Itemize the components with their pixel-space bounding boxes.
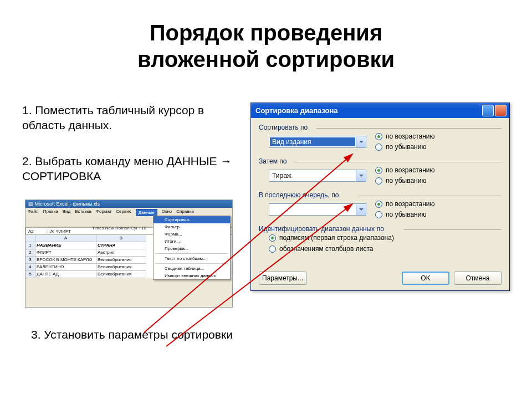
radio-dot-icon bbox=[269, 245, 276, 253]
cell-b5[interactable]: Великобритания bbox=[96, 271, 146, 278]
last-by-legend: В последнюю очередь, по bbox=[259, 191, 339, 199]
menu-item-pivot[interactable]: Сводная таблица... bbox=[154, 265, 230, 272]
close-button[interactable] bbox=[495, 105, 507, 116]
radio-asc-2[interactable]: по возрастанию bbox=[375, 166, 435, 174]
step-2-text: 2. Выбрать команду меню ДАННЫЕ → СОРТИРО… bbox=[22, 154, 244, 184]
menu-tools[interactable]: Сервис bbox=[116, 209, 131, 216]
row-4-num[interactable]: 4 bbox=[25, 264, 35, 271]
cell-a3[interactable]: БРОСОК В МОНТЕ КАРЛО bbox=[35, 257, 96, 264]
then-by-value: Тираж bbox=[269, 172, 356, 180]
label-desc-2: по убыванию bbox=[386, 177, 426, 185]
label-desc-1: по убыванию bbox=[386, 143, 426, 151]
radio-desc-3[interactable]: по убыванию bbox=[375, 211, 435, 218]
label-desc-3: по убыванию bbox=[386, 211, 426, 218]
last-by-group: В последнюю очередь, по по возрастанию п… bbox=[259, 192, 502, 221]
step-1-text: 1. Поместить табличный курсор в область … bbox=[22, 103, 233, 133]
radio-header-row[interactable]: подписям (первая строка диапазона) bbox=[269, 234, 394, 242]
excel-font-box[interactable]: Times New Roman Cyr · 10 bbox=[92, 226, 146, 231]
last-by-combo[interactable] bbox=[269, 203, 366, 216]
menu-separator bbox=[156, 253, 228, 254]
menu-insert[interactable]: Вставка bbox=[75, 209, 91, 216]
label-asc-3: по возрастанию bbox=[386, 200, 435, 208]
row-3-num[interactable]: 3 bbox=[25, 257, 35, 264]
cell-a5[interactable]: ДАНТЕ АД bbox=[35, 271, 96, 278]
label-no-header: обозначениям столбцов листа bbox=[279, 245, 373, 253]
radio-dot-icon bbox=[375, 201, 382, 208]
menu-item-text-to-cols[interactable]: Текст по столбцам... bbox=[154, 255, 230, 262]
title-line-2: вложенной сортировки bbox=[0, 46, 532, 73]
params-button[interactable]: Параметры... bbox=[259, 272, 306, 285]
menu-separator-2 bbox=[156, 263, 228, 264]
label-asc-2: по возрастанию bbox=[386, 166, 435, 174]
label-asc-1: по возрастанию bbox=[386, 132, 435, 140]
identify-range-legend: Идентифицировать диапазон данных по bbox=[259, 225, 384, 233]
data-menu-dropdown[interactable]: Сортировка... Фильтр Форма... Итоги... П… bbox=[153, 216, 231, 280]
cell-b4[interactable]: Великобритания bbox=[96, 264, 146, 271]
ok-button[interactable]: OK bbox=[402, 272, 449, 285]
dialog-titlebar[interactable]: Сортировка диапазона bbox=[251, 103, 509, 118]
radio-dot-icon bbox=[375, 211, 382, 218]
radio-dot-icon bbox=[375, 167, 382, 174]
identify-range-group: Идентифицировать диапазон данных по подп… bbox=[259, 226, 502, 255]
then-by-combo[interactable]: Тираж bbox=[269, 170, 366, 182]
menu-item-sort[interactable]: Сортировка... bbox=[154, 216, 230, 223]
sort-by-value: Вид издания bbox=[270, 137, 355, 146]
col-b-header[interactable]: B bbox=[96, 235, 146, 242]
chevron-down-icon[interactable] bbox=[356, 136, 366, 147]
menu-item-form[interactable]: Форма... bbox=[154, 231, 230, 238]
radio-desc-2[interactable]: по убыванию bbox=[375, 177, 435, 185]
row-5-num[interactable]: 5 bbox=[25, 271, 35, 278]
radio-desc-1[interactable]: по убыванию bbox=[375, 143, 435, 151]
cell-b3[interactable]: Великобритания bbox=[96, 257, 146, 264]
col-a-header[interactable]: A bbox=[35, 235, 96, 242]
sort-by-legend: Сортировать по bbox=[259, 124, 308, 131]
menu-item-subtotals[interactable]: Итоги... bbox=[154, 238, 230, 245]
menu-item-filter[interactable]: Фильтр bbox=[154, 223, 230, 231]
radio-asc-3[interactable]: по возрастанию bbox=[375, 200, 435, 208]
row-2-num[interactable]: 2 bbox=[25, 249, 35, 257]
menu-file[interactable]: Файл bbox=[28, 209, 39, 216]
menu-view[interactable]: Вид bbox=[63, 209, 70, 216]
name-box[interactable]: A2 bbox=[26, 229, 48, 234]
sort-dialog: Сортировка диапазона Сортировать по Вид … bbox=[250, 103, 510, 291]
fx-label: fx bbox=[48, 229, 56, 234]
radio-dot-icon bbox=[375, 144, 382, 151]
corner-cell[interactable] bbox=[25, 235, 35, 242]
chevron-down-icon[interactable] bbox=[356, 170, 366, 181]
radio-dot-icon bbox=[375, 133, 382, 140]
chevron-down-icon[interactable] bbox=[356, 204, 366, 215]
sort-by-group: Сортировать по Вид издания по возрастани… bbox=[259, 125, 502, 153]
excel-title: Microsoft Excel - фильмы.xls bbox=[35, 201, 100, 207]
cell-a2[interactable]: ФЛИРТ bbox=[35, 249, 96, 257]
excel-window: ▤ Microsoft Excel - фильмы.xls Файл Прав… bbox=[25, 200, 233, 308]
slide-title: Порядок проведения вложенной сортировки bbox=[0, 19, 532, 73]
label-header-row: подписям (первая строка диапазона) bbox=[279, 234, 394, 242]
radio-asc-1[interactable]: по возрастанию bbox=[375, 132, 435, 140]
excel-app-icon: ▤ bbox=[28, 201, 35, 207]
then-by-legend: Затем по bbox=[259, 157, 287, 165]
excel-titlebar: ▤ Microsoft Excel - фильмы.xls bbox=[25, 200, 232, 208]
menu-format[interactable]: Формат bbox=[96, 209, 111, 216]
menu-item-validation[interactable]: Проверка... bbox=[154, 245, 230, 252]
row-1-num[interactable]: 1 bbox=[25, 242, 35, 249]
formula-value[interactable]: ФЛИРТ bbox=[56, 229, 71, 234]
cell-a4[interactable]: ВАЛЕНТИНО bbox=[35, 264, 96, 271]
radio-dot-icon bbox=[375, 177, 382, 185]
dialog-footer: Параметры... OK Отмена bbox=[251, 268, 509, 290]
title-line-1: Порядок проведения bbox=[0, 19, 532, 46]
sort-by-combo[interactable]: Вид издания bbox=[269, 136, 366, 148]
step-3-text: 3. Установить параметры сортировки bbox=[31, 327, 242, 342]
dialog-title: Сортировка диапазона bbox=[255, 106, 338, 115]
menu-edit[interactable]: Правка bbox=[43, 209, 58, 216]
cell-b2[interactable]: Австрия bbox=[96, 249, 146, 257]
radio-dot-icon bbox=[269, 234, 276, 242]
header-name[interactable]: НАЗВАНИЕ bbox=[35, 242, 96, 249]
then-by-group: Затем по Тираж по возрастанию по убывани… bbox=[259, 158, 502, 187]
cancel-button[interactable]: Отмена bbox=[454, 272, 502, 285]
help-button[interactable] bbox=[482, 105, 494, 116]
radio-no-header[interactable]: обозначениям столбцов листа bbox=[269, 245, 373, 253]
menu-item-import[interactable]: Импорт внешних данных bbox=[154, 272, 230, 279]
header-country[interactable]: СТРАНА bbox=[96, 242, 146, 249]
